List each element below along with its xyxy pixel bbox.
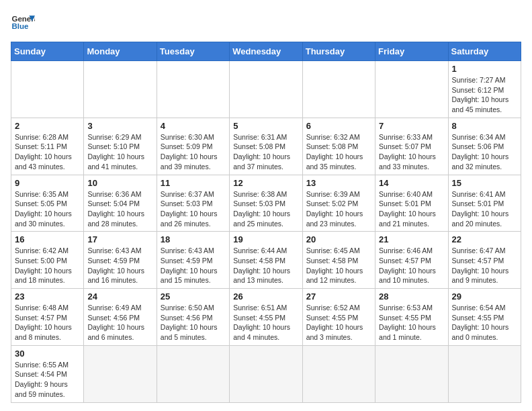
day-cell: 25Sunrise: 6:50 AM Sunset: 4:56 PM Dayli… — [157, 289, 229, 346]
day-cell: 4Sunrise: 6:30 AM Sunset: 5:09 PM Daylig… — [157, 118, 229, 175]
day-cell: 9Sunrise: 6:35 AM Sunset: 5:05 PM Daylig… — [11, 175, 84, 232]
day-number: 24 — [87, 291, 152, 302]
day-cell: 27Sunrise: 6:52 AM Sunset: 4:55 PM Dayli… — [302, 289, 375, 346]
day-cell — [375, 61, 448, 118]
day-info: Sunrise: 6:37 AM Sunset: 5:03 PM Dayligh… — [161, 189, 226, 229]
day-number: 30 — [15, 349, 80, 359]
day-info: Sunrise: 6:50 AM Sunset: 4:56 PM Dayligh… — [161, 303, 226, 342]
day-info: Sunrise: 6:39 AM Sunset: 5:02 PM Dayligh… — [306, 189, 371, 229]
day-cell: 19Sunrise: 6:44 AM Sunset: 4:58 PM Dayli… — [230, 232, 302, 289]
day-info: Sunrise: 7:27 AM Sunset: 6:12 PM Dayligh… — [452, 75, 517, 115]
day-number: 22 — [452, 234, 517, 244]
day-number: 5 — [233, 121, 298, 131]
header: General Blue — [11, 11, 521, 35]
day-info: Sunrise: 6:45 AM Sunset: 4:58 PM Dayligh… — [306, 246, 371, 285]
day-cell: 1Sunrise: 7:27 AM Sunset: 6:12 PM Daylig… — [448, 61, 521, 118]
day-number: 28 — [379, 291, 444, 302]
day-info: Sunrise: 6:31 AM Sunset: 5:08 PM Dayligh… — [233, 132, 298, 172]
day-number: 15 — [452, 178, 517, 188]
day-cell: 15Sunrise: 6:41 AM Sunset: 5:01 PM Dayli… — [448, 175, 521, 232]
day-cell: 8Sunrise: 6:34 AM Sunset: 5:06 PM Daylig… — [448, 118, 521, 175]
day-number: 26 — [233, 291, 298, 302]
day-cell — [84, 345, 157, 402]
day-info: Sunrise: 6:44 AM Sunset: 4:58 PM Dayligh… — [233, 246, 298, 285]
day-cell: 7Sunrise: 6:33 AM Sunset: 5:07 PM Daylig… — [375, 118, 448, 175]
day-cell: 26Sunrise: 6:51 AM Sunset: 4:55 PM Dayli… — [230, 289, 302, 346]
day-cell: 14Sunrise: 6:40 AM Sunset: 5:01 PM Dayli… — [375, 175, 448, 232]
day-number: 29 — [452, 291, 517, 302]
day-info: Sunrise: 6:41 AM Sunset: 5:01 PM Dayligh… — [452, 189, 517, 229]
day-info: Sunrise: 6:29 AM Sunset: 5:10 PM Dayligh… — [87, 132, 152, 172]
weekday-header-sunday: Sunday — [11, 42, 84, 61]
day-number: 14 — [379, 178, 444, 188]
weekday-header-monday: Monday — [84, 42, 157, 61]
day-number: 25 — [161, 291, 226, 302]
day-cell — [157, 345, 229, 402]
day-number: 21 — [379, 234, 444, 244]
day-cell — [157, 61, 229, 118]
day-info: Sunrise: 6:34 AM Sunset: 5:06 PM Dayligh… — [452, 132, 517, 172]
day-cell: 16Sunrise: 6:42 AM Sunset: 5:00 PM Dayli… — [11, 232, 84, 289]
day-cell — [11, 61, 84, 118]
day-info: Sunrise: 6:53 AM Sunset: 4:55 PM Dayligh… — [379, 303, 444, 342]
day-cell: 22Sunrise: 6:47 AM Sunset: 4:57 PM Dayli… — [448, 232, 521, 289]
svg-text:Blue: Blue — [11, 22, 29, 30]
day-info: Sunrise: 6:47 AM Sunset: 4:57 PM Dayligh… — [452, 246, 517, 285]
week-row-2: 2Sunrise: 6:28 AM Sunset: 5:11 PM Daylig… — [11, 118, 521, 175]
day-info: Sunrise: 6:43 AM Sunset: 4:59 PM Dayligh… — [87, 246, 152, 285]
day-info: Sunrise: 6:36 AM Sunset: 5:04 PM Dayligh… — [87, 189, 152, 229]
day-number: 13 — [306, 178, 371, 188]
day-info: Sunrise: 6:40 AM Sunset: 5:01 PM Dayligh… — [379, 189, 444, 229]
day-info: Sunrise: 6:43 AM Sunset: 4:59 PM Dayligh… — [161, 246, 226, 285]
day-cell: 28Sunrise: 6:53 AM Sunset: 4:55 PM Dayli… — [375, 289, 448, 346]
day-cell: 12Sunrise: 6:38 AM Sunset: 5:03 PM Dayli… — [230, 175, 302, 232]
day-cell — [448, 345, 521, 402]
day-cell: 3Sunrise: 6:29 AM Sunset: 5:10 PM Daylig… — [84, 118, 157, 175]
day-number: 2 — [15, 121, 80, 131]
day-info: Sunrise: 6:32 AM Sunset: 5:08 PM Dayligh… — [306, 132, 371, 172]
day-number: 10 — [87, 178, 152, 188]
week-row-4: 16Sunrise: 6:42 AM Sunset: 5:00 PM Dayli… — [11, 232, 521, 289]
day-info: Sunrise: 6:48 AM Sunset: 4:57 PM Dayligh… — [15, 303, 80, 342]
day-cell: 18Sunrise: 6:43 AM Sunset: 4:59 PM Dayli… — [157, 232, 229, 289]
weekday-header-thursday: Thursday — [302, 42, 375, 61]
weekday-header-row: SundayMondayTuesdayWednesdayThursdayFrid… — [11, 42, 521, 61]
day-number: 9 — [15, 178, 80, 188]
week-row-5: 23Sunrise: 6:48 AM Sunset: 4:57 PM Dayli… — [11, 289, 521, 346]
day-number: 11 — [161, 178, 226, 188]
day-info: Sunrise: 6:46 AM Sunset: 4:57 PM Dayligh… — [379, 246, 444, 285]
day-cell — [84, 61, 157, 118]
day-cell: 10Sunrise: 6:36 AM Sunset: 5:04 PM Dayli… — [84, 175, 157, 232]
day-number: 17 — [87, 234, 152, 244]
day-cell — [230, 61, 302, 118]
day-cell — [302, 345, 375, 402]
day-cell — [375, 345, 448, 402]
day-number: 1 — [452, 64, 517, 74]
week-row-1: 1Sunrise: 7:27 AM Sunset: 6:12 PM Daylig… — [11, 61, 521, 118]
day-info: Sunrise: 6:35 AM Sunset: 5:05 PM Dayligh… — [15, 189, 80, 229]
logo: General Blue — [11, 11, 35, 35]
weekday-header-friday: Friday — [375, 42, 448, 61]
day-cell: 6Sunrise: 6:32 AM Sunset: 5:08 PM Daylig… — [302, 118, 375, 175]
day-number: 27 — [306, 291, 371, 302]
day-cell — [230, 345, 302, 402]
day-cell: 30Sunrise: 6:55 AM Sunset: 4:54 PM Dayli… — [11, 345, 84, 402]
calendar: SundayMondayTuesdayWednesdayThursdayFrid… — [11, 42, 521, 403]
day-info: Sunrise: 6:33 AM Sunset: 5:07 PM Dayligh… — [379, 132, 444, 172]
day-info: Sunrise: 6:42 AM Sunset: 5:00 PM Dayligh… — [15, 246, 80, 285]
week-row-3: 9Sunrise: 6:35 AM Sunset: 5:05 PM Daylig… — [11, 175, 521, 232]
weekday-header-saturday: Saturday — [448, 42, 521, 61]
day-cell — [302, 61, 375, 118]
general-blue-logo-icon: General Blue — [11, 11, 35, 35]
day-number: 20 — [306, 234, 371, 244]
week-row-6: 30Sunrise: 6:55 AM Sunset: 4:54 PM Dayli… — [11, 345, 521, 402]
day-info: Sunrise: 6:49 AM Sunset: 4:56 PM Dayligh… — [87, 303, 152, 342]
day-info: Sunrise: 6:51 AM Sunset: 4:55 PM Dayligh… — [233, 303, 298, 342]
day-cell: 11Sunrise: 6:37 AM Sunset: 5:03 PM Dayli… — [157, 175, 229, 232]
day-info: Sunrise: 6:30 AM Sunset: 5:09 PM Dayligh… — [161, 132, 226, 172]
day-number: 23 — [15, 291, 80, 302]
weekday-header-wednesday: Wednesday — [230, 42, 302, 61]
weekday-header-tuesday: Tuesday — [157, 42, 229, 61]
day-cell: 5Sunrise: 6:31 AM Sunset: 5:08 PM Daylig… — [230, 118, 302, 175]
day-cell: 29Sunrise: 6:54 AM Sunset: 4:55 PM Dayli… — [448, 289, 521, 346]
